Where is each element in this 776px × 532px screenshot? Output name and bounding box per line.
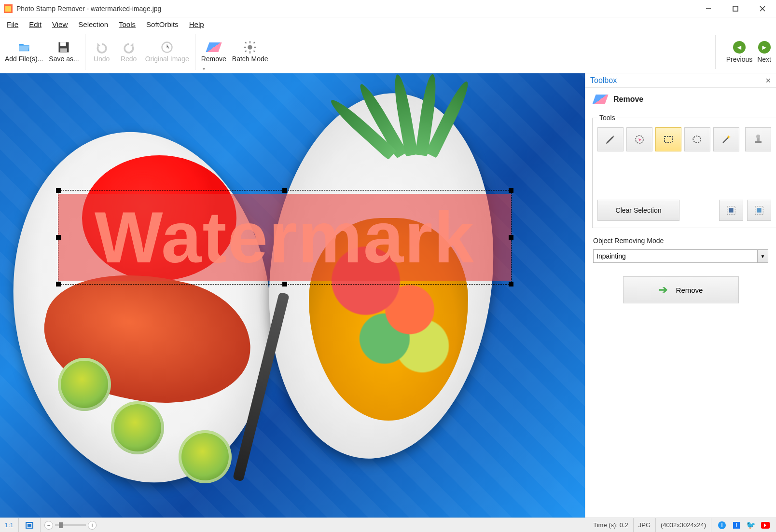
- arrow-left-icon: ◄: [733, 41, 746, 54]
- selection-handle[interactable]: [509, 188, 513, 193]
- tools-fieldset: Tools Clear Selection: [592, 114, 776, 228]
- status-time: Time (s): 0.2: [588, 518, 633, 532]
- svg-rect-14: [254, 47, 256, 48]
- chevron-down-icon: ▼: [757, 250, 768, 262]
- zoom-in-button[interactable]: +: [88, 521, 97, 530]
- folder-open-icon: [17, 41, 31, 54]
- batch-mode-button[interactable]: Batch Mode: [229, 39, 271, 65]
- dropdown-value: Inpainting: [596, 252, 626, 260]
- status-dimensions: (4032x3024x24): [656, 518, 711, 532]
- minimize-button[interactable]: [695, 0, 722, 17]
- svg-rect-8: [60, 48, 67, 52]
- previous-button[interactable]: ◄ Previous: [726, 41, 752, 63]
- save-selection-button[interactable]: [719, 200, 743, 221]
- info-icon[interactable]: i: [718, 521, 726, 530]
- selection-handle[interactable]: [56, 282, 61, 286]
- menu-selection[interactable]: Selection: [76, 19, 110, 29]
- selection-handle[interactable]: [509, 235, 513, 240]
- youtube-icon[interactable]: [761, 521, 770, 530]
- zoom-thumb[interactable]: [59, 522, 63, 528]
- app-icon: [4, 4, 13, 13]
- undo-icon: [95, 41, 109, 54]
- svg-rect-20: [665, 136, 672, 142]
- toolbox-title: Toolbox: [590, 76, 617, 85]
- selection-handle[interactable]: [282, 282, 287, 286]
- selection-handle[interactable]: [56, 235, 61, 240]
- facebook-icon[interactable]: f: [732, 521, 741, 530]
- maximize-button[interactable]: [722, 0, 749, 17]
- remove-label: Remove: [201, 55, 226, 63]
- svg-rect-7: [60, 42, 66, 46]
- arrow-right-icon: ►: [758, 41, 771, 54]
- toolbox-header: Toolbox ✕: [585, 73, 776, 88]
- toolbox-close-button[interactable]: ✕: [765, 77, 771, 84]
- svg-point-23: [756, 135, 760, 138]
- svg-rect-25: [729, 208, 733, 212]
- menu-view[interactable]: View: [50, 19, 69, 29]
- remove-action-button[interactable]: ➔ Remove: [623, 276, 739, 303]
- next-button[interactable]: ► Next: [757, 41, 771, 63]
- batch-mode-label: Batch Mode: [232, 55, 268, 63]
- remove-action-label: Remove: [676, 286, 703, 294]
- svg-rect-17: [253, 42, 255, 44]
- toolbox-panel: Toolbox ✕ Remove Tools Clear Selection: [585, 73, 776, 518]
- image-canvas[interactable]: Watermark: [0, 73, 585, 518]
- titlebar: Photo Stamp Remover - watermarked-image.…: [0, 0, 776, 17]
- zoom-ratio[interactable]: 1:1: [0, 518, 19, 532]
- fit-icon: [25, 521, 34, 530]
- tool-stamp[interactable]: [745, 127, 771, 151]
- svg-rect-16: [253, 50, 255, 52]
- save-as-button[interactable]: Save as...: [46, 39, 82, 65]
- next-label: Next: [757, 55, 771, 63]
- menu-edit[interactable]: Edit: [27, 19, 43, 29]
- toolbar-overflow-icon[interactable]: ▾: [203, 66, 208, 72]
- zoom-track[interactable]: [55, 524, 86, 526]
- zoom-out-button[interactable]: −: [44, 521, 53, 530]
- redo-button[interactable]: Redo: [115, 39, 142, 65]
- clear-selection-button[interactable]: Clear Selection: [597, 200, 679, 221]
- fit-to-screen-button[interactable]: [19, 518, 41, 532]
- clear-selection-label: Clear Selection: [616, 206, 662, 214]
- close-button[interactable]: [749, 0, 776, 17]
- add-files-button[interactable]: Add File(s)...: [2, 39, 46, 65]
- tool-pencil[interactable]: [597, 127, 624, 151]
- selection-handle[interactable]: [282, 188, 287, 193]
- tool-freeform-select[interactable]: [684, 127, 710, 151]
- tool-rectangle-select[interactable]: [655, 127, 681, 151]
- menu-softorbits[interactable]: SoftOrbits: [144, 19, 180, 29]
- svg-rect-1: [5, 6, 11, 12]
- load-selection-button[interactable]: [747, 200, 771, 221]
- object-removing-mode-dropdown[interactable]: Inpainting ▼: [593, 249, 768, 263]
- twitter-icon[interactable]: 🐦: [747, 521, 755, 530]
- menu-tools[interactable]: Tools: [117, 19, 138, 29]
- gear-icon: [243, 41, 257, 54]
- original-image-button[interactable]: Original Image: [142, 39, 192, 65]
- svg-point-10: [248, 45, 252, 49]
- selection-rectangle[interactable]: [58, 190, 512, 285]
- zoom-slider[interactable]: − +: [41, 521, 100, 530]
- svg-rect-12: [249, 51, 250, 54]
- statusbar: 1:1 − + Time (s): 0.2 JPG (4032x3024x24)…: [0, 518, 776, 532]
- tool-magic-wand[interactable]: [713, 127, 739, 151]
- svg-rect-11: [249, 41, 250, 43]
- svg-rect-27: [757, 208, 761, 212]
- object-removing-mode-label: Object Removing Mode: [593, 237, 768, 245]
- toolbox-mode-row: Remove: [585, 88, 776, 111]
- selection-handle[interactable]: [509, 282, 513, 286]
- undo-button[interactable]: Undo: [88, 39, 115, 65]
- status-format: JPG: [634, 518, 656, 532]
- menu-help[interactable]: Help: [187, 19, 206, 29]
- remove-button-toolbar[interactable]: Remove: [198, 39, 229, 65]
- window-title: Photo Stamp Remover - watermarked-image.…: [16, 5, 161, 13]
- save-as-label: Save as...: [49, 55, 79, 63]
- redo-label: Redo: [121, 55, 137, 63]
- previous-label: Previous: [726, 55, 752, 63]
- selection-handle[interactable]: [56, 188, 61, 193]
- svg-rect-3: [733, 6, 738, 11]
- clear-selection-row: Clear Selection: [597, 200, 771, 221]
- tools-row: [597, 127, 771, 151]
- tool-color-select[interactable]: [626, 127, 652, 151]
- menu-file[interactable]: File: [5, 19, 20, 29]
- history-icon: [160, 41, 174, 54]
- main-area: Watermark Toolbox ✕ Remove Tools: [0, 73, 776, 518]
